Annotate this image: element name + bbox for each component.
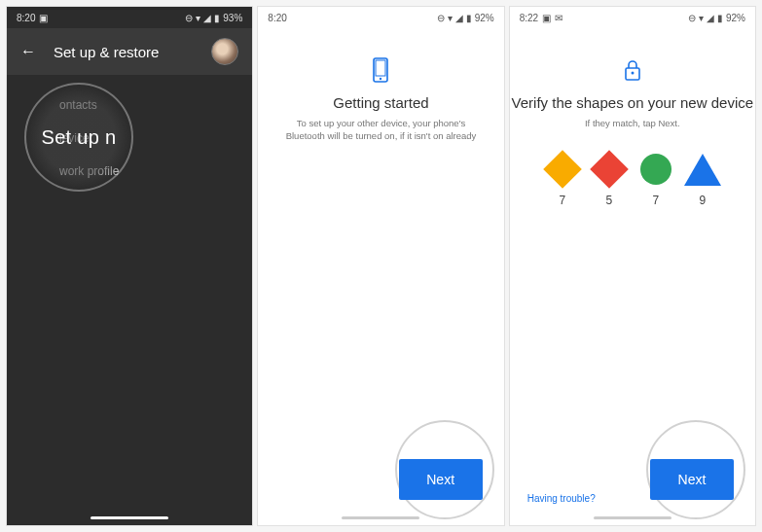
- statusbar: 8:22 ▣ ✉ ⊖ ▾ ◢ ▮ 92%: [510, 7, 755, 28]
- phone-icon: [368, 57, 393, 83]
- next-button[interactable]: Next: [650, 459, 734, 500]
- help-link[interactable]: Having trouble?: [527, 493, 596, 504]
- shape-item: 7: [637, 151, 674, 207]
- next-button[interactable]: Next: [399, 459, 483, 500]
- setup-title: Getting started: [258, 94, 503, 111]
- setup-subtitle: If they match, tap Next.: [510, 117, 755, 129]
- next-button-label: Next: [678, 472, 707, 487]
- wifi-icon: ▾: [196, 13, 200, 23]
- circle-icon: [637, 151, 674, 188]
- diamond-icon: [544, 151, 581, 188]
- screenshot-icon: ▣: [39, 13, 48, 23]
- setup-content: Getting started To set up your other dev…: [258, 28, 503, 143]
- shape-value: 9: [699, 194, 706, 207]
- page-title: Set up & restore: [54, 44, 194, 60]
- battery-pct: 92%: [475, 13, 494, 23]
- signal-icon: ◢: [203, 13, 211, 23]
- setup-subtitle: To set up your other device, your phone'…: [258, 117, 503, 143]
- svg-point-4: [631, 72, 634, 75]
- signal-icon: ◢: [455, 13, 463, 23]
- shape-item: 9: [684, 151, 721, 207]
- shape-value: 7: [652, 194, 659, 207]
- mail-icon: ✉: [555, 13, 562, 23]
- screenshot-verify-shapes: 8:22 ▣ ✉ ⊖ ▾ ◢ ▮ 92% Verify the shapes o…: [509, 6, 756, 526]
- nav-pill-icon[interactable]: [342, 516, 419, 519]
- wifi-icon: ▾: [448, 13, 453, 23]
- appbar: ← Set up & restore: [7, 28, 252, 75]
- dnd-icon: ⊖: [688, 13, 696, 23]
- diamond-icon: [591, 151, 628, 188]
- wifi-icon: ▾: [699, 13, 704, 23]
- lock-icon: [620, 57, 645, 83]
- shape-value: 7: [559, 194, 565, 207]
- dnd-icon: ⊖: [437, 13, 445, 23]
- statusbar: 8:20 ⊖ ▾ ◢ ▮ 92%: [258, 7, 503, 28]
- dnd-icon: ⊖: [185, 13, 193, 23]
- svg-point-2: [380, 78, 381, 80]
- shape-item: 7: [544, 151, 581, 207]
- navbar: [510, 516, 755, 519]
- shape-item: 5: [591, 151, 628, 207]
- battery-icon: ▮: [717, 13, 723, 23]
- screenshot-icon: ▣: [542, 13, 551, 23]
- setup-title: Verify the shapes on your new device: [510, 94, 755, 111]
- battery-pct: 93%: [223, 13, 242, 23]
- shape-row: 7 5 7 9: [510, 151, 755, 207]
- signal-icon: ◢: [707, 13, 714, 23]
- statusbar: 8:20 ▣ ⊖ ▾ ◢ ▮ 93%: [7, 7, 252, 28]
- svg-rect-1: [376, 60, 385, 76]
- navbar: [7, 516, 252, 519]
- setup-content: Verify the shapes on your new device If …: [510, 28, 755, 207]
- next-button-label: Next: [426, 472, 454, 487]
- triangle-icon: [684, 151, 721, 188]
- highlight-ring: Set up n: [24, 83, 133, 192]
- status-time: 8:20: [17, 13, 35, 23]
- screenshot-settings: 8:20 ▣ ⊖ ▾ ◢ ▮ 93% ← Set up & restore on…: [6, 6, 253, 526]
- status-time: 8:22: [520, 13, 538, 23]
- battery-pct: 92%: [726, 13, 745, 23]
- battery-icon: ▮: [466, 13, 472, 23]
- battery-icon: ▮: [214, 13, 220, 23]
- avatar[interactable]: [211, 38, 238, 65]
- nav-pill-icon[interactable]: [594, 516, 671, 519]
- screenshot-getting-started: 8:20 ⊖ ▾ ◢ ▮ 92% Getting started To set …: [257, 6, 504, 526]
- back-icon[interactable]: ←: [20, 43, 36, 60]
- navbar: [258, 516, 503, 519]
- nav-pill-icon[interactable]: [91, 516, 168, 519]
- status-time: 8:20: [268, 13, 286, 23]
- shape-value: 5: [605, 194, 612, 207]
- highlight-label: Set up n: [42, 126, 117, 149]
